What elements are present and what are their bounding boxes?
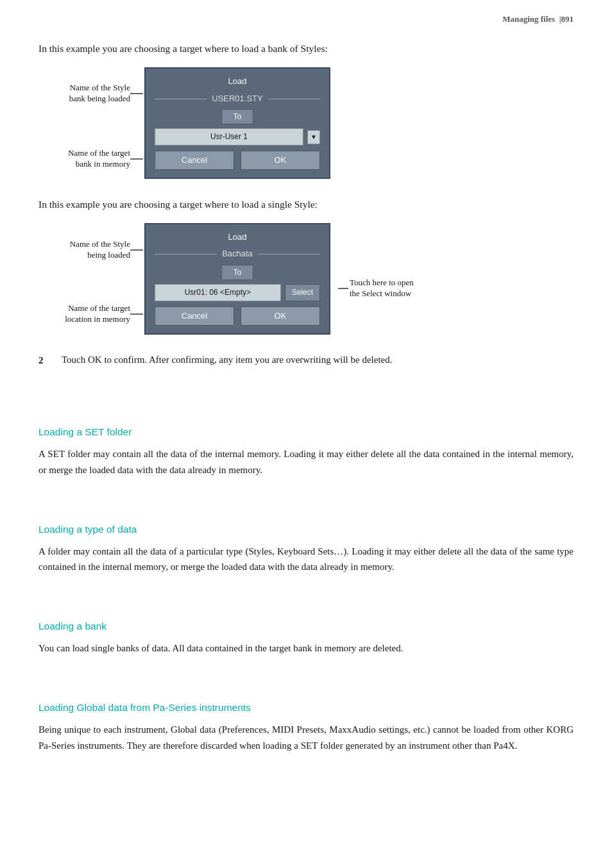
body-global-data: Being unique to each instrument, Global … [38, 722, 574, 754]
heading-global-data: Loading Global data from Pa-Series instr… [38, 700, 574, 715]
right-ann-label-text: Touch here to open the Select window [350, 278, 414, 299]
dialog1-target-field: Usr-User 1 [155, 128, 303, 146]
dialog1-to: To [155, 109, 320, 125]
dialog1-ok-button[interactable]: OK [241, 151, 320, 170]
heading-bank: Loading a bank [38, 619, 574, 634]
dialog2-target-row: Usr01: 06 <Empty> Select [155, 284, 320, 301]
intro-text-1: In this example you are choosing a targe… [38, 41, 574, 56]
arrow-icon-3 [130, 246, 144, 254]
diagram2-left-labels: Name of the Style being loaded Name of t… [38, 223, 144, 335]
dialog1-title: Load [155, 75, 320, 88]
label-style-being-loaded: Name of the Style being loaded [38, 239, 144, 261]
diagram-2: Name of the Style being loaded Name of t… [38, 223, 574, 335]
label-style-bank-text: Name of the Style bank being loaded [69, 83, 130, 104]
dialog2-to-btn: To [221, 265, 254, 281]
label-style-being-loaded-text: Name of the Style being loaded [70, 239, 130, 261]
diagram-1: Name of the Style bank being loaded Name… [38, 67, 574, 179]
dialog2-select-button[interactable]: Select [285, 284, 320, 301]
step-2-content: Touch OK to confirm. After confirming, a… [62, 353, 392, 367]
dialog1-filename: USER01.STY [155, 92, 320, 105]
divider-1 [38, 386, 574, 404]
divider-2 [38, 483, 574, 501]
dialog2-target-field: Usr01: 06 <Empty> [155, 284, 281, 301]
arrow-icon-1 [130, 90, 144, 97]
page-number: 891 [561, 14, 574, 24]
arrow-icon-2 [130, 155, 144, 163]
label-style-bank: Name of the Style bank being loaded [38, 83, 144, 104]
page-header: Managing files |891 [38, 13, 574, 28]
dialog2-cancel-button[interactable]: Cancel [155, 306, 234, 326]
body-type-of-data: A folder may contain all the data of a p… [38, 544, 574, 576]
dialog1-cancel-button[interactable]: Cancel [155, 151, 234, 170]
arrow-icon-5 [338, 285, 350, 292]
diagram2-right-label: Touch here to open the Select window [330, 223, 433, 335]
header-text: Managing files [502, 14, 555, 24]
divider-3 [38, 580, 574, 598]
dialog2-ok-button[interactable]: OK [241, 306, 320, 326]
dialog2-filename: Bachata [155, 247, 320, 260]
label-target-bank: Name of the target bank in memory [38, 148, 144, 170]
dialog2-buttons: Cancel OK [155, 306, 320, 326]
dialog1-target-row: Usr-User 1 ▼ [155, 128, 320, 146]
diagram1-left-labels: Name of the Style bank being loaded Name… [38, 67, 144, 179]
step-number-2: 2 [38, 353, 51, 368]
body-set-folder: A SET folder may contain all the data of… [38, 446, 574, 478]
dropdown-arrow-icon[interactable]: ▼ [307, 130, 320, 144]
dialog-2: Load Bachata To Usr01: 06 <Empty> Select… [144, 223, 330, 335]
dialog1-buttons: Cancel OK [155, 151, 320, 170]
heading-set-folder: Loading a SET folder [38, 424, 574, 440]
label-target-location-text: Name of the target location in memory [65, 303, 130, 325]
step-2-section: 2 Touch OK to confirm. After confirming,… [38, 353, 574, 368]
dialog2-title: Load [155, 231, 320, 244]
heading-type-of-data: Loading a type of data [38, 522, 574, 537]
dialog-1: Load USER01.STY To Usr-User 1 ▼ Cancel O… [144, 67, 330, 179]
dialog2-to: To [155, 265, 320, 281]
body-bank: You can load single banks of data. All d… [38, 640, 574, 656]
arrow-icon-4 [130, 310, 144, 318]
label-target-location: Name of the target location in memory [38, 303, 144, 325]
intro-text-2: In this example you are choosing a targe… [38, 197, 574, 212]
label-target-bank-text: Name of the target bank in memory [68, 148, 130, 170]
dialog1-to-btn: To [221, 109, 254, 125]
divider-4 [38, 662, 574, 680]
